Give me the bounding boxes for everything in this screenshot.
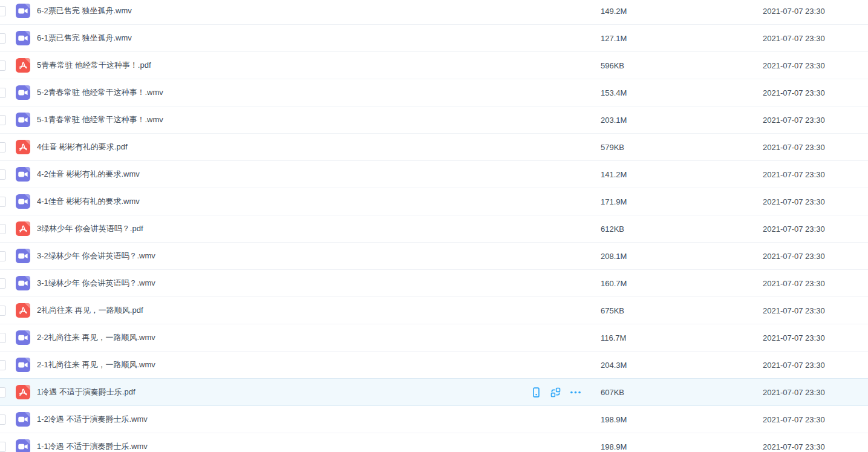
file-modified-date: 2021-07-07 23:30 bbox=[763, 7, 868, 16]
pdf-file-icon bbox=[16, 140, 30, 154]
video-file-icon bbox=[16, 358, 30, 372]
file-name[interactable]: 3-1绿林少年 你会讲英语吗？.wmv bbox=[37, 278, 601, 289]
file-modified-date: 2021-07-07 23:30 bbox=[763, 34, 868, 43]
file-modified-date: 2021-07-07 23:30 bbox=[763, 116, 868, 125]
file-name[interactable]: 5-1青春常驻 他经常干这种事！.wmv bbox=[37, 114, 601, 125]
file-size: 579KB bbox=[601, 143, 763, 152]
pdf-file-icon bbox=[16, 385, 30, 399]
file-name[interactable]: 4-1佳音 彬彬有礼的要求.wmv bbox=[37, 196, 601, 207]
more-actions-icon[interactable] bbox=[570, 387, 581, 398]
row-checkbox[interactable] bbox=[0, 197, 6, 207]
video-file-icon bbox=[16, 113, 30, 127]
file-modified-date: 2021-07-07 23:30 bbox=[763, 170, 868, 179]
file-name[interactable]: 2-1礼尚往来 再见，一路顺风.wmv bbox=[37, 359, 601, 370]
video-file-icon bbox=[16, 85, 30, 100]
row-checkbox[interactable] bbox=[0, 251, 6, 261]
row-checkbox[interactable] bbox=[0, 306, 6, 316]
row-checkbox[interactable] bbox=[0, 442, 6, 452]
row-checkbox[interactable] bbox=[0, 278, 6, 289]
video-file-icon bbox=[16, 276, 30, 290]
file-size: 153.4M bbox=[601, 88, 763, 97]
file-size: 612KB bbox=[601, 224, 763, 234]
pdf-file-icon bbox=[16, 303, 30, 318]
video-file-icon bbox=[16, 330, 30, 345]
file-size: 203.1M bbox=[601, 116, 763, 125]
row-checkbox[interactable] bbox=[0, 387, 6, 398]
file-row[interactable]: 6-1票已售完 独坐孤舟.wmv 127.1M 2021-07-07 23:30 bbox=[0, 24, 868, 51]
file-size: 204.3M bbox=[601, 361, 763, 370]
file-name[interactable]: 2礼尚往来 再见，一路顺风.pdf bbox=[37, 305, 601, 316]
file-name[interactable]: 1冷遇 不适于演奏爵士乐.pdf bbox=[37, 387, 601, 398]
file-size: 171.9M bbox=[601, 197, 763, 206]
file-name[interactable]: 3绿林少年 你会讲英语吗？.pdf bbox=[37, 223, 601, 234]
video-file-icon bbox=[16, 31, 30, 45]
file-size: 208.1M bbox=[601, 252, 763, 261]
phone-icon[interactable] bbox=[531, 387, 541, 398]
file-row[interactable]: 2-2礼尚往来 再见，一路顺风.wmv 116.7M 2021-07-07 23… bbox=[0, 324, 868, 351]
file-size: 149.2M bbox=[601, 7, 763, 16]
row-checkbox[interactable] bbox=[0, 169, 6, 180]
file-row[interactable]: 3绿林少年 你会讲英语吗？.pdf 612KB 2021-07-07 23:30 bbox=[0, 215, 868, 242]
file-name[interactable]: 2-2礼尚往来 再见，一路顺风.wmv bbox=[37, 332, 601, 343]
file-row[interactable]: 5-1青春常驻 他经常干这种事！.wmv 203.1M 2021-07-07 2… bbox=[0, 106, 868, 133]
row-checkbox[interactable] bbox=[0, 333, 6, 343]
file-name[interactable]: 1-1冷遇 不适于演奏爵士乐.wmv bbox=[37, 441, 601, 452]
row-checkbox[interactable] bbox=[0, 115, 6, 125]
file-row[interactable]: 1-2冷遇 不适于演奏爵士乐.wmv 198.9M 2021-07-07 23:… bbox=[0, 405, 868, 433]
file-modified-date: 2021-07-07 23:30 bbox=[763, 361, 868, 370]
file-size: 198.9M bbox=[601, 442, 763, 451]
file-modified-date: 2021-07-07 23:30 bbox=[763, 388, 868, 397]
file-row[interactable]: 1-1冷遇 不适于演奏爵士乐.wmv 198.9M 2021-07-07 23:… bbox=[0, 433, 868, 452]
file-size: 127.1M bbox=[601, 34, 763, 43]
file-row[interactable]: 3-1绿林少年 你会讲英语吗？.wmv 160.7M 2021-07-07 23… bbox=[0, 269, 868, 296]
pdf-file-icon bbox=[16, 58, 30, 73]
video-file-icon bbox=[16, 4, 30, 18]
video-file-icon bbox=[16, 412, 30, 427]
file-name[interactable]: 4佳音 彬彬有礼的要求.pdf bbox=[37, 142, 601, 152]
row-checkbox[interactable] bbox=[0, 414, 6, 425]
file-modified-date: 2021-07-07 23:30 bbox=[763, 252, 868, 261]
file-row[interactable]: 4-2佳音 彬彬有礼的要求.wmv 141.2M 2021-07-07 23:3… bbox=[0, 160, 868, 188]
row-checkbox[interactable] bbox=[0, 224, 6, 234]
row-checkbox[interactable] bbox=[0, 6, 6, 16]
file-row[interactable]: 3-2绿林少年 你会讲英语吗？.wmv 208.1M 2021-07-07 23… bbox=[0, 242, 868, 269]
row-checkbox[interactable] bbox=[0, 88, 6, 98]
file-size: 141.2M bbox=[601, 170, 763, 179]
row-checkbox[interactable] bbox=[0, 142, 6, 152]
file-size: 596KB bbox=[601, 61, 763, 70]
file-modified-date: 2021-07-07 23:30 bbox=[763, 442, 868, 451]
file-row[interactable]: 4-1佳音 彬彬有礼的要求.wmv 171.9M 2021-07-07 23:3… bbox=[0, 188, 868, 215]
video-file-icon bbox=[16, 249, 30, 263]
row-checkbox[interactable] bbox=[0, 61, 6, 71]
file-row[interactable]: 1冷遇 不适于演奏爵士乐.pdf bbox=[0, 378, 868, 405]
file-row[interactable]: 2礼尚往来 再见，一路顺风.pdf 675KB 2021-07-07 23:30 bbox=[0, 296, 868, 324]
file-row[interactable]: 2-1礼尚往来 再见，一路顺风.wmv 204.3M 2021-07-07 23… bbox=[0, 351, 868, 378]
file-row[interactable]: 5-2青春常驻 他经常干这种事！.wmv 153.4M 2021-07-07 2… bbox=[0, 79, 868, 106]
file-name[interactable]: 5-2青春常驻 他经常干这种事！.wmv bbox=[37, 87, 601, 98]
file-name[interactable]: 3-2绿林少年 你会讲英语吗？.wmv bbox=[37, 251, 601, 261]
file-name[interactable]: 4-2佳音 彬彬有礼的要求.wmv bbox=[37, 169, 601, 180]
file-modified-date: 2021-07-07 23:30 bbox=[763, 306, 868, 315]
file-size: 607KB bbox=[601, 388, 763, 397]
row-checkbox[interactable] bbox=[0, 360, 6, 370]
pdf-file-icon bbox=[16, 221, 30, 236]
file-list: 6-2票已售完 独坐孤舟.wmv 149.2M 2021-07-07 23:30… bbox=[0, 0, 868, 452]
video-file-icon bbox=[16, 194, 30, 209]
file-row[interactable]: 5青春常驻 他经常干这种事！.pdf 596KB 2021-07-07 23:3… bbox=[0, 51, 868, 79]
file-modified-date: 2021-07-07 23:30 bbox=[763, 415, 868, 424]
file-size: 675KB bbox=[601, 306, 763, 315]
file-size: 116.7M bbox=[601, 333, 763, 342]
transfer-icon[interactable] bbox=[550, 387, 561, 398]
file-name[interactable]: 1-2冷遇 不适于演奏爵士乐.wmv bbox=[37, 414, 601, 425]
file-modified-date: 2021-07-07 23:30 bbox=[763, 143, 868, 152]
file-name[interactable]: 6-1票已售完 独坐孤舟.wmv bbox=[37, 33, 601, 44]
file-row[interactable]: 4佳音 彬彬有礼的要求.pdf 579KB 2021-07-07 23:30 bbox=[0, 133, 868, 160]
file-modified-date: 2021-07-07 23:30 bbox=[763, 333, 868, 342]
file-name[interactable]: 6-2票已售完 独坐孤舟.wmv bbox=[37, 5, 601, 16]
file-row[interactable]: 6-2票已售完 独坐孤舟.wmv 149.2M 2021-07-07 23:30 bbox=[0, 0, 868, 24]
row-hover-actions bbox=[531, 379, 581, 406]
row-checkbox[interactable] bbox=[0, 33, 6, 44]
file-modified-date: 2021-07-07 23:30 bbox=[763, 197, 868, 206]
file-name[interactable]: 5青春常驻 他经常干这种事！.pdf bbox=[37, 60, 601, 71]
video-file-icon bbox=[16, 167, 30, 182]
